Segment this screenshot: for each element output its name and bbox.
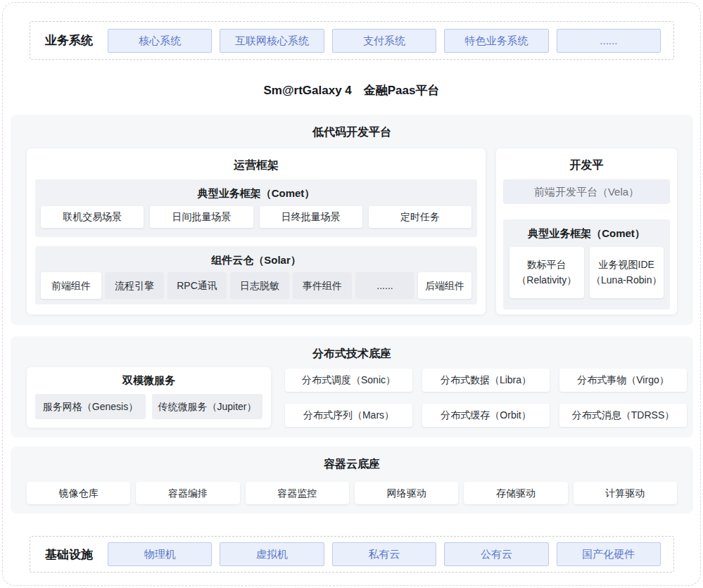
comet-cards-title: 典型业务框架（Comet） xyxy=(503,219,670,241)
microservice-chip: 传统微服务（Jupiter） xyxy=(152,394,262,419)
infra-item: 公有云 xyxy=(444,542,548,566)
distributed-box: 分布式调度（Sonic） xyxy=(285,369,412,392)
container-item: 容器监控 xyxy=(246,482,349,504)
container-item: 网络驱动 xyxy=(355,482,458,504)
infra-item: 私有云 xyxy=(332,542,436,566)
front-component-box: 前端组件 xyxy=(41,272,101,299)
card-line: 数标平台 xyxy=(527,257,566,273)
back-component-box: 后端组件 xyxy=(418,272,471,299)
infrastructure-row: 基础设施 物理机 虚拟机 私有云 公有云 国产化硬件 xyxy=(30,536,674,573)
biz-system-item: 特色业务系统 xyxy=(444,29,548,53)
lowcode-platform-panel: 低代码开发平台 运营框架 典型业务框架（Comet） 联机交易场景 日间批量场景… xyxy=(11,115,693,325)
distributed-box: 分布式缓存（Orbit） xyxy=(422,404,550,427)
distributed-box: 分布式事物（Virgo） xyxy=(559,369,687,392)
container-cloud-panel: 容器云底座 镜像仓库 容器编排 容器监控 网络驱动 存储驱动 计算驱动 xyxy=(11,447,693,513)
infra-item: 国产化硬件 xyxy=(557,542,661,566)
infrastructure-label: 基础设施 xyxy=(45,547,100,563)
dev-platform-title: 开发平 xyxy=(496,148,677,173)
business-systems-label: 业务系统 xyxy=(45,32,100,49)
container-item: 存储驱动 xyxy=(464,482,567,504)
dual-microservice-panel: 双模微服务 服务网格（Genesis） 传统微服务（Jupiter） xyxy=(27,367,271,428)
biz-system-item: ...... xyxy=(557,29,661,53)
comet-item: 日间批量场景 xyxy=(150,206,253,228)
comet-item: 联机交易场景 xyxy=(41,206,144,228)
distributed-base-title: 分布式技术底座 xyxy=(11,336,693,362)
distributed-base-panel: 分布式技术底座 双模微服务 服务网格（Genesis） 传统微服务（Jupite… xyxy=(11,336,693,437)
solar-chip: 日志脱敏 xyxy=(230,272,289,299)
distributed-box: 分布式消息（TDRSS） xyxy=(559,404,687,427)
solar-chip: RPC通讯 xyxy=(167,272,227,299)
comet-item: 定时任务 xyxy=(369,206,471,228)
platform-card: 数标平台 （Relativity） xyxy=(509,247,584,298)
distributed-box: 分布式序列（Mars） xyxy=(285,404,412,427)
comet-framework-title: 典型业务框架（Comet） xyxy=(35,179,477,200)
solar-chip: 事件组件 xyxy=(293,272,352,299)
ops-framework-title: 运营框架 xyxy=(27,148,486,173)
vela-frontend-platform-chip: 前端开发平台（Vela） xyxy=(503,179,670,204)
container-item: 镜像仓库 xyxy=(27,482,130,504)
distributed-box: 分布式数据（Libra） xyxy=(422,369,550,392)
solar-components-title: 组件云仓（Solar） xyxy=(35,246,477,267)
solar-chip: 流程引擎 xyxy=(105,272,164,299)
lowcode-platform-title: 低代码开发平台 xyxy=(11,115,693,140)
container-item: 计算驱动 xyxy=(574,482,677,504)
comet-item: 日终批量场景 xyxy=(260,206,362,228)
biz-system-item: 互联网核心系统 xyxy=(220,29,324,53)
card-line: （Luna-Robin） xyxy=(591,273,661,288)
card-line: 业务视图IDE xyxy=(599,257,654,273)
platform-card: 业务视图IDE （Luna-Robin） xyxy=(590,247,664,298)
container-item: 容器编排 xyxy=(136,482,239,504)
comet-framework-panel: 典型业务框架（Comet） 联机交易场景 日间批量场景 日终批量场景 定时任务 xyxy=(35,179,477,237)
dual-microservice-title: 双模微服务 xyxy=(27,367,271,388)
business-systems-row: 业务系统 核心系统 互联网核心系统 支付系统 特色业务系统 ...... xyxy=(30,21,674,60)
dev-platform-panel: 开发平 前端开发平台（Vela） 典型业务框架（Comet） 数标平台 （Rel… xyxy=(496,148,677,314)
solar-components-panel: 组件云仓（Solar） 前端组件 流程引擎 RPC通讯 日志脱敏 事件组件 ..… xyxy=(35,246,477,305)
infra-item: 物理机 xyxy=(108,542,212,566)
infra-item: 虚拟机 xyxy=(220,542,324,566)
card-line: （Relativity） xyxy=(517,273,576,288)
comet-cards-panel: 典型业务框架（Comet） 数标平台 （Relativity） 业务视图IDE … xyxy=(503,219,670,309)
microservice-chip: 服务网格（Genesis） xyxy=(35,394,146,419)
solar-chip: ...... xyxy=(355,272,414,299)
biz-system-item: 核心系统 xyxy=(108,29,212,53)
ops-framework-panel: 运营框架 典型业务框架（Comet） 联机交易场景 日间批量场景 日终批量场景 … xyxy=(27,148,486,314)
platform-title: Sm@rtGalaxy 4 金融Paas平台 xyxy=(0,82,703,98)
container-cloud-title: 容器云底座 xyxy=(11,447,693,472)
biz-system-item: 支付系统 xyxy=(332,29,436,53)
